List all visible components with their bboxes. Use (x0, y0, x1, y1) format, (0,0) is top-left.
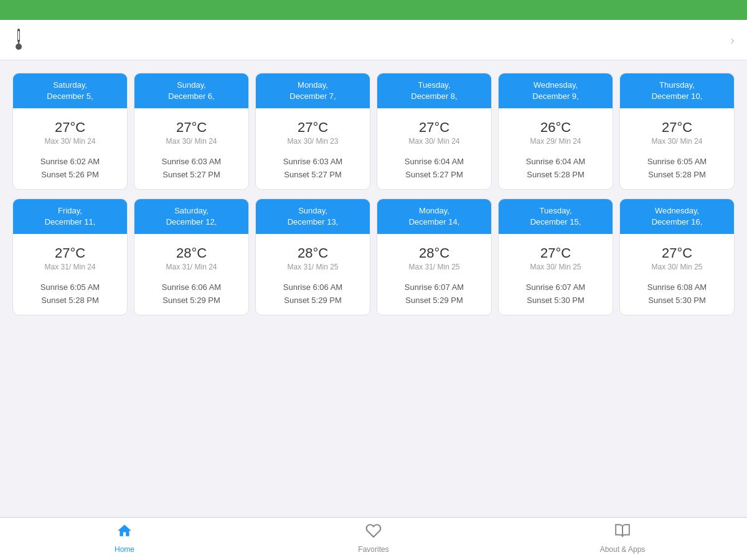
tab-label-favorites: Favorites (358, 545, 388, 554)
temp-main: 28°C (261, 245, 365, 261)
temp-main: 27°C (382, 119, 486, 136)
day-header: Tuesday,December 8, (377, 73, 491, 108)
day-card[interactable]: Saturday,December 12, 28°C Max 31/ Min 2… (134, 198, 249, 315)
temp-main: 27°C (139, 119, 243, 136)
temp-main: 27°C (18, 245, 122, 261)
tab-label-home: Home (115, 545, 134, 554)
favorites-icon (365, 523, 382, 543)
day-header: Sunday,December 13, (256, 199, 370, 234)
day-body: 27°C Max 30/ Min 24 Sunrise 6:05 AMSunse… (620, 108, 734, 189)
temp-range: Max 31/ Min 25 (261, 263, 365, 271)
temp-range: Max 30/ Min 24 (139, 137, 243, 146)
temp-range: Max 30/ Min 24 (625, 137, 729, 146)
day-card[interactable]: Friday,December 11, 27°C Max 31/ Min 24 … (12, 198, 128, 315)
day-card[interactable]: Saturday,December 5, 27°C Max 30/ Min 24… (12, 73, 128, 190)
sun-info: Sunrise 6:06 AMSunset 5:29 PM (139, 281, 243, 307)
sun-info: Sunrise 6:07 AMSunset 5:30 PM (504, 281, 608, 307)
day-body: 27°C Max 30/ Min 25 Sunrise 6:07 AMSunse… (499, 234, 613, 315)
temp-range: Max 29/ Min 24 (504, 137, 608, 146)
temp-main: 27°C (261, 119, 365, 136)
day-card[interactable]: Sunday,December 6, 27°C Max 30/ Min 24 S… (134, 73, 249, 190)
day-body: 27°C Max 30/ Min 24 Sunrise 6:04 AMSunse… (377, 108, 491, 189)
day-header: Saturday,December 5, (13, 73, 127, 108)
day-body: 28°C Max 31/ Min 25 Sunrise 6:06 AMSunse… (256, 234, 370, 315)
temp-main: 28°C (139, 245, 243, 261)
temp-main: 27°C (504, 245, 608, 261)
sun-info: Sunrise 6:04 AMSunset 5:27 PM (382, 156, 486, 182)
svg-rect-1 (18, 31, 19, 40)
sun-info: Sunrise 6:07 AMSunset 5:29 PM (382, 281, 486, 307)
day-card[interactable]: Wednesday,December 9, 26°C Max 29/ Min 2… (498, 73, 613, 190)
home-icon (116, 523, 133, 543)
day-card[interactable]: Wednesday,December 16, 27°C Max 30/ Min … (619, 198, 735, 315)
day-header: Monday,December 14, (377, 199, 491, 234)
temp-range: Max 30/ Min 24 (382, 137, 486, 146)
day-body: 28°C Max 31/ Min 24 Sunrise 6:06 AMSunse… (134, 234, 248, 315)
day-body: 27°C Max 30/ Min 24 Sunrise 6:02 AMSunse… (13, 108, 127, 189)
day-body: 27°C Max 30/ Min 25 Sunrise 6:08 AMSunse… (620, 234, 734, 315)
temp-range: Max 31/ Min 24 (18, 263, 122, 271)
temp-range: Max 31/ Min 25 (382, 263, 486, 271)
sun-info: Sunrise 6:05 AMSunset 5:28 PM (625, 156, 729, 182)
tab-label-about: About & Apps (600, 545, 646, 554)
tab-bar: Home Favorites About & Apps (0, 517, 747, 560)
temp-range: Max 30/ Min 25 (625, 263, 729, 271)
temp-main: 27°C (625, 245, 729, 261)
day-card[interactable]: Sunday,December 13, 28°C Max 31/ Min 25 … (255, 198, 370, 315)
temp-main: 28°C (382, 245, 486, 261)
temperature-setting-row[interactable]: › (0, 20, 747, 60)
sun-info: Sunrise 6:03 AMSunset 5:27 PM (261, 156, 365, 182)
week-2-grid: Friday,December 11, 27°C Max 31/ Min 24 … (12, 198, 735, 315)
temp-main: 26°C (504, 119, 608, 136)
day-body: 27°C Max 30/ Min 23 Sunrise 6:03 AMSunse… (256, 108, 370, 189)
sun-info: Sunrise 6:05 AMSunset 5:28 PM (18, 281, 122, 307)
chevron-right-icon: › (730, 33, 735, 47)
sun-info: Sunrise 6:08 AMSunset 5:30 PM (625, 281, 729, 307)
day-card[interactable]: Monday,December 7, 27°C Max 30/ Min 23 S… (255, 73, 370, 190)
about-icon (614, 523, 631, 543)
temperature-text (35, 39, 730, 40)
week-1-grid: Saturday,December 5, 27°C Max 30/ Min 24… (12, 73, 735, 190)
day-header: Monday,December 7, (256, 73, 370, 108)
day-header: Saturday,December 12, (134, 199, 248, 234)
temp-range: Max 30/ Min 23 (261, 137, 365, 146)
day-card[interactable]: Tuesday,December 15, 27°C Max 30/ Min 25… (498, 198, 613, 315)
day-header: Tuesday,December 15, (499, 199, 613, 234)
app-header (0, 0, 747, 20)
sun-info: Sunrise 6:04 AMSunset 5:28 PM (504, 156, 608, 182)
day-card[interactable]: Tuesday,December 8, 27°C Max 30/ Min 24 … (377, 73, 492, 190)
tab-item-about[interactable]: About & Apps (585, 523, 660, 554)
day-header: Wednesday,December 9, (499, 73, 613, 108)
tab-item-favorites[interactable]: Favorites (336, 523, 411, 554)
temp-range: Max 31/ Min 24 (139, 263, 243, 271)
day-card[interactable]: Thursday,December 10, 27°C Max 30/ Min 2… (619, 73, 735, 190)
temp-main: 27°C (18, 119, 122, 136)
temp-main: 27°C (625, 119, 729, 136)
sun-info: Sunrise 6:03 AMSunset 5:27 PM (139, 156, 243, 182)
day-body: 26°C Max 29/ Min 24 Sunrise 6:04 AMSunse… (499, 108, 613, 189)
day-header: Thursday,December 10, (620, 73, 734, 108)
day-header: Sunday,December 6, (134, 73, 248, 108)
temp-range: Max 30/ Min 25 (504, 263, 608, 271)
tab-item-home[interactable]: Home (87, 523, 162, 554)
content-area: Saturday,December 5, 27°C Max 30/ Min 24… (0, 60, 747, 517)
day-body: 27°C Max 30/ Min 24 Sunrise 6:03 AMSunse… (134, 108, 248, 189)
sun-info: Sunrise 6:02 AMSunset 5:26 PM (18, 156, 122, 182)
day-header: Friday,December 11, (13, 199, 127, 234)
day-card[interactable]: Monday,December 14, 28°C Max 31/ Min 25 … (377, 198, 492, 315)
sun-info: Sunrise 6:06 AMSunset 5:29 PM (261, 281, 365, 307)
temp-range: Max 30/ Min 24 (18, 137, 122, 146)
day-header: Wednesday,December 16, (620, 199, 734, 234)
day-body: 27°C Max 31/ Min 24 Sunrise 6:05 AMSunse… (13, 234, 127, 315)
thermometer-icon (12, 29, 25, 51)
svg-rect-3 (18, 40, 19, 47)
day-body: 28°C Max 31/ Min 25 Sunrise 6:07 AMSunse… (377, 234, 491, 315)
